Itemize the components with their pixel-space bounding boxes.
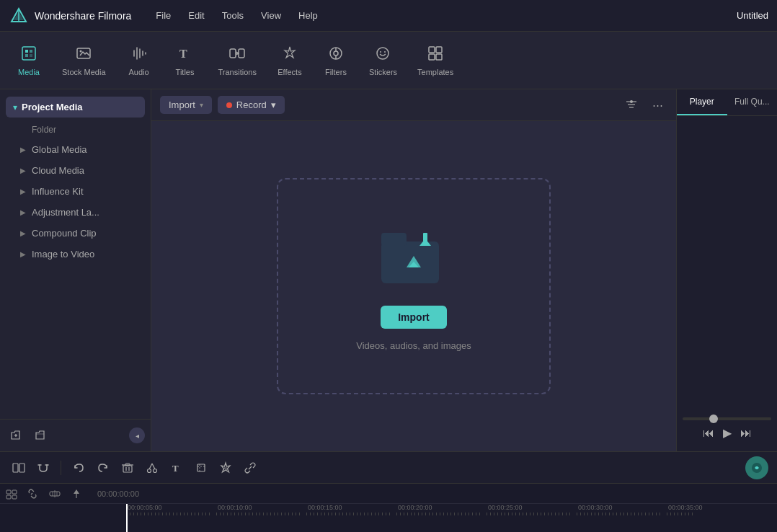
menu-file[interactable]: File <box>148 7 178 24</box>
tab-full-quality[interactable]: Full Qu... <box>727 89 778 115</box>
add-folder-button[interactable] <box>6 425 26 445</box>
app-logo-icon <box>9 6 29 26</box>
import-area: Import Videos, audios, and images <box>151 121 676 451</box>
chevron-right-icon: ▶ <box>20 187 26 195</box>
ai-assist-button[interactable] <box>745 456 768 479</box>
sidebar-item-adjustment-layer[interactable]: ▶ Adjustment La... <box>6 202 145 223</box>
import-dropdown-arrow-icon: ▾ <box>200 101 203 109</box>
timeline-ruler[interactable]: 00:00:05:00 00:00:10:00 <box>0 504 777 532</box>
record-label: Record <box>236 99 267 110</box>
link-button[interactable] <box>240 458 260 478</box>
sidebar-item-image-to-video[interactable]: ▶ Image to Video <box>6 244 145 265</box>
content-toolbar: Import ▾ Record ▾ ⋯ <box>151 89 676 121</box>
menu-edit[interactable]: Edit <box>181 7 211 24</box>
scene-split-button[interactable] <box>9 458 29 478</box>
audio-label: Audio <box>128 68 148 76</box>
timeline-add-track-button[interactable] <box>3 485 20 502</box>
more-options-button[interactable]: ⋯ <box>647 95 667 115</box>
effects-label: Effects <box>278 68 301 76</box>
sidebar-item-global-media[interactable]: ▶ Global Media <box>6 139 145 160</box>
ruler-segment-3: 00:00:20:00 <box>396 504 487 515</box>
ruler-marks: 00:00:05:00 00:00:10:00 <box>126 504 777 515</box>
ai-circle-button[interactable] <box>745 456 768 479</box>
timeline-time-offset: 00:00:00:00 <box>89 489 147 498</box>
sidebar-item-compound-clip[interactable]: ▶ Compound Clip <box>6 223 145 244</box>
svg-point-29 <box>630 100 633 103</box>
chevron-right-icon: ▶ <box>20 146 26 154</box>
timeline: 00:00:00:00 00:00:05:00 00:00:10:00 <box>0 483 777 532</box>
templates-icon <box>427 45 444 65</box>
svg-rect-20 <box>429 47 435 53</box>
import-folder-icon <box>378 226 450 291</box>
svg-rect-56 <box>6 490 11 494</box>
chevron-right-icon: ▶ <box>20 167 26 174</box>
import-dropzone[interactable]: Import Videos, audios, and images <box>277 178 551 394</box>
chevron-right-icon: ▶ <box>20 229 26 237</box>
toolbar-transitions[interactable]: Transitions <box>208 39 267 82</box>
import-button[interactable]: Import ▾ <box>160 96 212 114</box>
menu-tools[interactable]: Tools <box>215 7 251 24</box>
toolbar-titles[interactable]: T Titles <box>162 39 208 82</box>
content-toolbar-right: ⋯ <box>621 95 667 115</box>
player-tabs: Player Full Qu... <box>677 89 777 116</box>
undo-button[interactable] <box>68 458 89 478</box>
stickers-label: Stickers <box>369 68 397 76</box>
svg-point-46 <box>154 469 157 472</box>
import-zone-button[interactable]: Import <box>381 306 447 329</box>
sidebar-item-influence-kit[interactable]: ▶ Influence Kit <box>6 181 145 202</box>
toolbar-stickers[interactable]: Stickers <box>359 39 407 82</box>
sidebar-item-cloud-media[interactable]: ▶ Cloud Media <box>6 160 145 181</box>
player-area: ⏮ ▶ ⏭ <box>677 116 777 451</box>
text-button[interactable]: T <box>166 458 187 478</box>
redo-button[interactable] <box>93 458 113 478</box>
ruler-segment-6: 00:00:35:00 <box>667 504 757 515</box>
sidebar-item-label: Influence Kit <box>32 186 84 197</box>
tab-player[interactable]: Player <box>677 89 727 115</box>
import-label: Import <box>169 99 195 110</box>
stickers-icon <box>374 45 391 65</box>
magnet-snap-button[interactable] <box>33 458 53 478</box>
timeline-link-button[interactable] <box>25 485 42 502</box>
toolbar-audio[interactable]: Audio <box>116 39 162 82</box>
toolbar-effects[interactable]: Effects <box>267 39 313 82</box>
folder-icon-button[interactable] <box>30 425 50 445</box>
record-button[interactable]: Record ▾ <box>218 96 285 114</box>
sidebar-item-label: Compound Clip <box>32 228 97 239</box>
sidebar-header-label: Project Media <box>22 102 83 112</box>
toolbar-filters[interactable]: Filters <box>313 39 359 82</box>
crop-button[interactable] <box>191 458 211 478</box>
sidebar-project-media[interactable]: ▾ Project Media <box>6 97 145 118</box>
record-dot-icon <box>226 102 232 108</box>
timeline-marker-button[interactable] <box>68 485 85 502</box>
more-icon: ⋯ <box>652 99 663 112</box>
timeline-cursor <box>126 504 128 532</box>
rewind-button[interactable]: ⏮ <box>703 427 714 440</box>
logo-area: Wondershare Filmora <box>9 6 131 26</box>
timeline-audio-detach-button[interactable] <box>46 485 63 502</box>
main-area: ▾ Project Media Folder ▶ Global Media ▶ … <box>0 89 777 451</box>
play-button[interactable]: ▶ <box>723 426 732 440</box>
ruler-time-5: 00:00:30:00 <box>577 504 613 511</box>
filter-sort-button[interactable] <box>621 95 641 115</box>
toolbar-stock-media[interactable]: Stock Media <box>52 39 116 82</box>
cut-button[interactable] <box>142 458 162 478</box>
ruler-ticks-3 <box>396 513 487 515</box>
ai-tools-button[interactable]: AI <box>216 458 236 478</box>
sidebar-collapse-button[interactable]: ◂ <box>129 427 145 443</box>
right-panel: Player Full Qu... ⏮ ▶ ⏭ <box>676 89 777 451</box>
delete-button[interactable] <box>117 458 138 478</box>
svg-rect-57 <box>12 490 17 494</box>
app-name: Wondershare Filmora <box>35 10 131 22</box>
toolbar-templates[interactable]: Templates <box>407 39 463 82</box>
menu-view[interactable]: View <box>254 7 288 24</box>
collapse-arrow-icon: ◂ <box>136 432 139 440</box>
media-label: Media <box>18 68 40 76</box>
progress-handle[interactable] <box>709 414 718 423</box>
playback-progress-bar[interactable] <box>683 417 771 420</box>
menu-help[interactable]: Help <box>291 7 325 24</box>
main-toolbar: Media Stock Media Audio T Titles <box>0 32 777 89</box>
stock-media-icon <box>75 45 92 65</box>
ruler-ticks-5 <box>577 513 667 515</box>
toolbar-media[interactable]: Media <box>6 39 52 82</box>
fast-forward-button[interactable]: ⏭ <box>740 427 752 440</box>
